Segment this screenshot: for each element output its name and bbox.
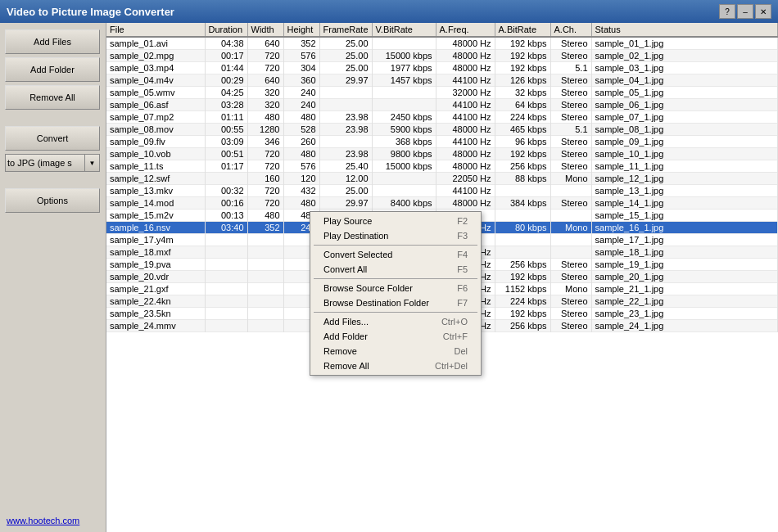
cell-status: sample_13_1.jpg [591,185,777,197]
cell-duration: 00:29 [205,74,247,87]
context-menu-separator [314,245,477,246]
cell-file: sample_23.5kn [106,308,205,320]
cell-file: sample_14.mod [106,197,205,210]
cell-duration: 03:40 [205,222,247,234]
close-button[interactable]: ✕ [755,4,771,19]
add-files-button[interactable]: Add Files [5,29,100,54]
help-button[interactable]: ? [719,4,735,19]
cell-status: sample_15_1.jpg [591,210,777,222]
cell-framerate: 25.00 [319,50,372,62]
cell-height: 352 [283,37,319,50]
header-ach[interactable]: A.Ch. [550,23,591,37]
cell-status: sample_01_1.jpg [591,37,777,50]
cell-duration [205,283,247,295]
cell-status: sample_05_1.jpg [591,87,777,99]
header-afreq[interactable]: A.Freq. [436,23,495,37]
context-menu-item-shortcut: Ctrl+O [441,317,468,327]
table-row[interactable]: sample_04.m4v00:2964036029.971457 kbps44… [106,74,778,87]
table-row[interactable]: sample_11.ts01:1772057625.4015000 kbps48… [106,160,778,173]
cell-width: 352 [247,222,283,234]
context-menu-item-shortcut: F4 [457,250,468,259]
table-row[interactable]: sample_09.flv03:09346260368 kbps44100 Hz… [106,136,778,148]
header-abitrate[interactable]: A.BitRate [495,23,550,37]
context-menu-item-remove[interactable]: RemoveDel [310,344,481,358]
cell-afreq: 22050 Hz [436,173,495,185]
cell-file: sample_16.nsv [106,222,205,234]
table-row[interactable]: sample_13.mkv00:3272043225.0044100 Hzsam… [106,185,778,197]
cell-framerate: 25.40 [319,160,372,173]
context-menu-item-label: Browse Destination Folder [323,298,429,308]
cell-file: sample_02.mpg [106,50,205,62]
context-menu-item-browse-destination-folder[interactable]: Browse Destination FolderF7 [310,295,481,310]
cell-width: 720 [247,197,283,210]
cell-ach: Stereo [550,74,591,87]
cell-afreq: 44100 Hz [436,185,495,197]
cell-width [247,234,283,246]
table-row[interactable]: sample_08.mov00:55128052823.985900 kbps4… [106,124,778,136]
context-menu-item-add-files...[interactable]: Add Files...Ctrl+O [310,314,481,329]
title-bar-buttons: ? – ✕ [719,4,771,19]
header-vbitrate[interactable]: V.BitRate [372,23,436,37]
cell-file: sample_20.vdr [106,271,205,283]
context-menu-item-play-source[interactable]: Play SourceF2 [310,214,481,228]
context-menu-item-browse-source-folder[interactable]: Browse Source FolderF6 [310,281,481,295]
cell-afreq: 48000 Hz [436,62,495,74]
cell-duration: 00:32 [205,185,247,197]
table-row[interactable]: sample_07.mp201:1148048023.982450 kbps44… [106,111,778,124]
format-dropdown-arrow[interactable]: ▼ [85,154,100,172]
cell-abitrate: 64 kbps [495,99,550,111]
cell-abitrate: 224 kbps [495,295,550,308]
cell-file: sample_01.avi [106,37,205,50]
header-duration[interactable]: Duration [205,23,247,37]
context-menu-item-label: Remove [323,346,357,356]
context-menu-item-play-destination[interactable]: Play DestinationF3 [310,228,481,243]
context-menu-item-convert-selected[interactable]: Convert SelectedF4 [310,247,481,262]
table-row[interactable]: sample_05.wmv04:2532024032000 Hz32 kbpsS… [106,87,778,99]
table-row[interactable]: sample_14.mod00:1672048029.978400 kbps48… [106,197,778,210]
cell-width: 346 [247,136,283,148]
cell-abitrate [495,246,550,259]
remove-all-button[interactable]: Remove All [5,85,100,110]
context-menu-separator [314,312,477,313]
context-menu-item-remove-all[interactable]: Remove AllCtrl+Del [310,358,481,373]
cell-abitrate: 192 kbps [495,148,550,160]
format-select[interactable]: to JPG (image s to PNG (image s to BMP (… [5,154,85,172]
table-row[interactable]: sample_10.vob00:5172048023.989800 kbps48… [106,148,778,160]
header-status[interactable]: Status [591,23,777,37]
add-folder-button[interactable]: Add Folder [5,57,100,82]
context-menu-item-label: Play Source [323,216,372,226]
cell-duration [205,246,247,259]
cell-abitrate: 88 kbps [495,173,550,185]
header-file[interactable]: File [106,23,205,37]
context-menu-item-add-folder[interactable]: Add FolderCtrl+F [310,329,481,344]
cell-vbitrate [372,99,436,111]
cell-ach: Stereo [550,295,591,308]
website-link[interactable]: www.hootech.com [7,516,79,525]
cell-status: sample_14_1.jpg [591,197,777,210]
cell-file: sample_03.mp4 [106,62,205,74]
sidebar: Add Files Add Folder Remove All Convert … [0,23,106,532]
convert-button[interactable]: Convert [5,126,100,151]
cell-file: sample_17.y4m [106,234,205,246]
minimize-button[interactable]: – [737,4,753,19]
cell-ach: Stereo [550,148,591,160]
options-button[interactable]: Options [5,188,100,213]
table-row[interactable]: sample_12.swf16012012.0022050 Hz88 kbpsM… [106,173,778,185]
header-width[interactable]: Width [247,23,283,37]
context-menu-item-shortcut: F7 [457,298,468,308]
table-row[interactable]: sample_01.avi04:3864035225.0048000 Hz192… [106,37,778,50]
cell-width [247,283,283,295]
cell-status: sample_21_1.jpg [591,283,777,295]
context-menu-item-convert-all[interactable]: Convert AllF5 [310,262,481,277]
header-height[interactable]: Height [283,23,319,37]
cell-abitrate: 192 kbps [495,62,550,74]
table-row[interactable]: sample_02.mpg00:1772057625.0015000 kbps4… [106,50,778,62]
table-row[interactable]: sample_06.asf03:2832024044100 Hz64 kbpsS… [106,99,778,111]
cell-width: 1280 [247,124,283,136]
table-row[interactable]: sample_03.mp401:4472030425.001977 kbps48… [106,62,778,74]
cell-width: 480 [247,111,283,124]
cell-status: sample_11_1.jpg [591,160,777,173]
cell-abitrate: 96 kbps [495,136,550,148]
cell-status: sample_03_1.jpg [591,62,777,74]
header-framerate[interactable]: FrameRate [319,23,372,37]
